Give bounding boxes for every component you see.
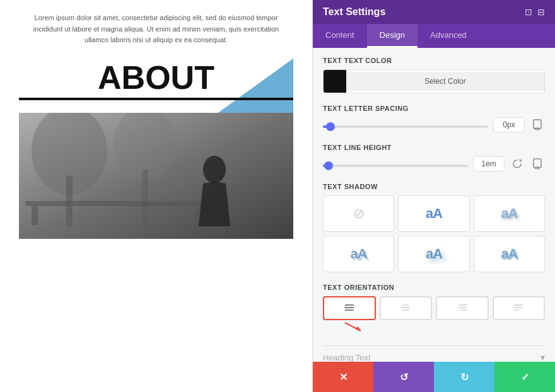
text-shadow-section: Text Shadow ⊘ aA aA aA aA aA bbox=[323, 183, 545, 272]
shadow-option-5[interactable]: aA bbox=[474, 236, 545, 272]
letter-spacing-device-icon[interactable] bbox=[530, 117, 545, 132]
accordion-chevron-icon: ▾ bbox=[540, 352, 545, 362]
text-color-section: Text Text Color Select Color bbox=[323, 57, 545, 93]
collapse-icon[interactable]: ⊟ bbox=[537, 7, 545, 17]
orient-right-button[interactable] bbox=[436, 296, 489, 320]
text-shadow-label: Text Shadow bbox=[323, 183, 545, 190]
svg-rect-9 bbox=[534, 120, 541, 129]
letter-spacing-section: Text Letter Spacing 0px bbox=[323, 105, 545, 132]
line-height-row: 1em bbox=[323, 156, 545, 171]
svg-rect-7 bbox=[66, 176, 73, 226]
orient-justify-button[interactable] bbox=[493, 296, 546, 320]
line-height-label: Text Line Height bbox=[323, 144, 545, 151]
arrow-indicator bbox=[323, 320, 545, 334]
color-select-button[interactable]: Select Color bbox=[346, 72, 544, 91]
svg-rect-8 bbox=[142, 170, 148, 226]
orient-left-button[interactable] bbox=[323, 296, 376, 320]
line-height-slider-container bbox=[323, 158, 468, 170]
expand-icon[interactable]: ⊡ bbox=[525, 7, 532, 17]
letter-spacing-label: Text Letter Spacing bbox=[323, 105, 545, 112]
red-arrow-icon bbox=[342, 321, 367, 334]
about-section: ABOUT bbox=[19, 59, 293, 100]
shadow-preview-5: aA bbox=[501, 246, 517, 262]
shadow-option-1[interactable]: aA bbox=[398, 195, 469, 232]
line-height-device-icon[interactable] bbox=[530, 156, 545, 171]
svg-rect-11 bbox=[534, 159, 541, 168]
tabs-row: Content Design Advanced bbox=[313, 24, 555, 48]
svg-rect-1 bbox=[25, 201, 214, 206]
panel-title: Text Settings bbox=[323, 6, 385, 18]
line-height-value[interactable]: 1em bbox=[473, 156, 505, 171]
reset-button[interactable]: ↺ bbox=[373, 362, 434, 392]
tab-advanced[interactable]: Advanced bbox=[418, 24, 479, 48]
orientation-row bbox=[323, 296, 545, 320]
shadow-option-2[interactable]: aA bbox=[474, 195, 545, 232]
shadow-option-4[interactable]: aA bbox=[398, 236, 469, 272]
color-row: Select Color bbox=[323, 69, 545, 93]
line-height-reset-icon[interactable] bbox=[510, 156, 525, 171]
letter-spacing-value[interactable]: 0px bbox=[493, 117, 525, 132]
lorem-text: Lorem ipsum dolor sit amet, consectetur … bbox=[19, 13, 293, 46]
color-swatch[interactable] bbox=[324, 70, 346, 93]
shadow-none-option[interactable]: ⊘ bbox=[323, 195, 394, 232]
preview-content: Lorem ipsum dolor sit amet, consectetur … bbox=[0, 0, 312, 392]
photo-overlay bbox=[19, 113, 293, 239]
preview-area: Lorem ipsum dolor sit amet, consectetur … bbox=[0, 0, 312, 392]
shadow-none-icon: ⊘ bbox=[353, 205, 365, 222]
shadow-preview-3: aA bbox=[351, 246, 367, 262]
text-color-label: Text Text Color bbox=[323, 57, 545, 64]
letter-spacing-row: 0px bbox=[323, 117, 545, 132]
svg-point-4 bbox=[203, 156, 226, 183]
settings-content: Text Text Color Select Color Text Letter… bbox=[313, 48, 555, 362]
heading-text-label: Heading Text bbox=[323, 353, 371, 362]
shadow-preview-4: aA bbox=[426, 246, 442, 262]
shadow-preview-1: aA bbox=[426, 205, 442, 222]
redo-button[interactable]: ↻ bbox=[434, 362, 494, 392]
line-height-slider[interactable] bbox=[323, 164, 468, 167]
confirm-button[interactable]: ✓ bbox=[494, 362, 555, 392]
shadow-option-3[interactable]: aA bbox=[323, 236, 394, 272]
tab-design[interactable]: Design bbox=[367, 24, 418, 48]
photo-section bbox=[19, 113, 293, 239]
letter-spacing-slider[interactable] bbox=[323, 125, 488, 128]
line-height-section: Text Line Height 1em bbox=[323, 144, 545, 171]
panel-header-icons: ⊡ ⊟ bbox=[525, 7, 545, 17]
settings-panel: Text Settings ⊡ ⊟ Content Design Advance… bbox=[312, 0, 555, 392]
orient-center-button[interactable] bbox=[380, 296, 433, 320]
action-bar: ✕ ↺ ↻ ✓ bbox=[313, 362, 555, 392]
orient-container bbox=[323, 296, 545, 334]
shadow-preview-2: aA bbox=[501, 205, 517, 222]
text-orientation-label: Text Orientation bbox=[323, 284, 545, 291]
heading-text-accordion[interactable]: Heading Text ▾ bbox=[323, 345, 545, 362]
about-title: ABOUT bbox=[19, 59, 293, 100]
text-orientation-section: Text Orientation bbox=[323, 284, 545, 334]
cancel-button[interactable]: ✕ bbox=[313, 362, 373, 392]
photo-background bbox=[19, 113, 293, 239]
tab-content[interactable]: Content bbox=[313, 24, 367, 48]
panel-header: Text Settings ⊡ ⊟ bbox=[313, 0, 555, 24]
letter-spacing-slider-container bbox=[323, 119, 488, 130]
svg-rect-2 bbox=[32, 206, 38, 225]
shadow-grid: ⊘ aA aA aA aA aA bbox=[323, 195, 545, 272]
